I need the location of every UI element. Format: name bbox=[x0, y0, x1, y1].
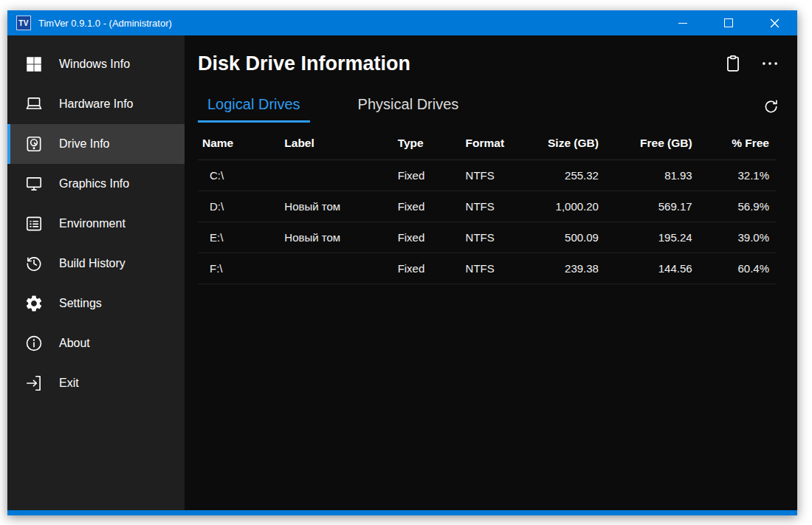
cell-format: NTFS bbox=[458, 160, 525, 191]
cell-type: Fixed bbox=[390, 160, 458, 191]
cell-pctfree: 56.9% bbox=[700, 191, 777, 222]
windows-logo-icon bbox=[24, 55, 44, 74]
close-button[interactable] bbox=[751, 10, 797, 35]
sidebar-item-graphics-info[interactable]: Graphics Info bbox=[7, 164, 185, 204]
monitor-icon bbox=[24, 174, 44, 193]
tab-logical-drives[interactable]: Logical Drives bbox=[198, 90, 310, 123]
sidebar-item-hardware-info[interactable]: Hardware Info bbox=[7, 84, 185, 124]
sidebar-item-windows-info[interactable]: Windows Info bbox=[7, 44, 185, 84]
sidebar-item-label: Settings bbox=[59, 297, 102, 310]
list-icon bbox=[24, 214, 44, 233]
drive-table: Name Label Type Format Size (GB) Free (G… bbox=[198, 126, 777, 284]
cell-free: 195.24 bbox=[606, 222, 700, 253]
cell-free: 81.93 bbox=[606, 160, 700, 191]
cell-label bbox=[277, 160, 390, 191]
window-title: TimVer 0.9.1.0 - (Administrator) bbox=[38, 18, 172, 29]
sidebar-item-label: Drive Info bbox=[59, 137, 109, 151]
cell-name: E:\ bbox=[198, 222, 277, 253]
app-body: Windows Info Hardware Info Drive Info Gr… bbox=[7, 35, 797, 510]
refresh-icon bbox=[763, 98, 780, 115]
refresh-button[interactable] bbox=[760, 95, 782, 118]
copy-to-clipboard-button[interactable] bbox=[720, 51, 746, 76]
cell-name: F:\ bbox=[198, 253, 277, 284]
sidebar-item-build-history[interactable]: Build History bbox=[7, 244, 185, 284]
cell-pctfree: 60.4% bbox=[700, 253, 777, 284]
cell-pctfree: 32.1% bbox=[700, 160, 777, 191]
gear-icon bbox=[24, 294, 44, 313]
column-header-pctfree[interactable]: % Free bbox=[700, 126, 777, 160]
titlebar-left: TV TimVer 0.9.1.0 - (Administrator) bbox=[7, 16, 660, 30]
window-controls bbox=[660, 10, 797, 35]
tab-physical-drives[interactable]: Physical Drives bbox=[348, 90, 469, 123]
cell-format: NTFS bbox=[458, 191, 525, 222]
tabbar: Logical Drives Physical Drives bbox=[185, 90, 797, 123]
page-title: Disk Drive Information bbox=[198, 50, 410, 77]
maximize-button[interactable] bbox=[706, 10, 751, 35]
ellipsis-icon bbox=[760, 54, 780, 73]
laptop-icon bbox=[24, 95, 44, 114]
cell-type: Fixed bbox=[390, 191, 458, 222]
column-header-type[interactable]: Type bbox=[390, 126, 458, 160]
table-row[interactable]: E:\ Новый том Fixed NTFS 500.09 195.24 3… bbox=[198, 222, 777, 253]
hard-drive-icon bbox=[24, 134, 44, 154]
sidebar-item-about[interactable]: About bbox=[7, 323, 185, 363]
cell-type: Fixed bbox=[390, 253, 458, 284]
column-header-name[interactable]: Name bbox=[198, 126, 277, 160]
cell-free: 569.17 bbox=[606, 191, 700, 222]
info-icon bbox=[24, 334, 44, 353]
column-header-size[interactable]: Size (GB) bbox=[525, 126, 606, 160]
sidebar-item-label: Environment bbox=[59, 217, 125, 230]
column-header-label[interactable]: Label bbox=[277, 126, 390, 160]
cell-size: 239.38 bbox=[525, 253, 606, 284]
cell-size: 1,000.20 bbox=[525, 191, 606, 222]
window-bottom-accent bbox=[7, 510, 797, 515]
cell-name: C:\ bbox=[198, 160, 277, 191]
cell-size: 255.32 bbox=[525, 160, 606, 191]
history-icon bbox=[24, 254, 44, 273]
exit-icon bbox=[24, 374, 44, 393]
column-header-format[interactable]: Format bbox=[458, 126, 525, 160]
app-window: TV TimVer 0.9.1.0 - (Administrator) Wind… bbox=[7, 10, 797, 515]
column-header-free[interactable]: Free (GB) bbox=[606, 126, 700, 160]
titlebar[interactable]: TV TimVer 0.9.1.0 - (Administrator) bbox=[7, 10, 797, 35]
cell-format: NTFS bbox=[458, 222, 525, 253]
sidebar-item-environment[interactable]: Environment bbox=[7, 204, 185, 244]
cell-label: Новый том bbox=[277, 191, 390, 222]
header-actions bbox=[720, 51, 782, 76]
table-row[interactable]: F:\ Fixed NTFS 239.38 144.56 60.4% bbox=[198, 253, 777, 284]
sidebar: Windows Info Hardware Info Drive Info Gr… bbox=[7, 35, 185, 510]
table-row[interactable]: D:\ Новый том Fixed NTFS 1,000.20 569.17… bbox=[198, 191, 777, 222]
sidebar-item-exit[interactable]: Exit bbox=[7, 363, 185, 403]
cell-format: NTFS bbox=[458, 253, 525, 284]
maximize-icon bbox=[724, 18, 733, 27]
cell-size: 500.09 bbox=[525, 222, 606, 253]
sidebar-item-label: Hardware Info bbox=[59, 97, 134, 111]
more-options-button[interactable] bbox=[757, 51, 782, 76]
sidebar-item-label: Windows Info bbox=[59, 58, 130, 71]
content-header: Disk Drive Information bbox=[185, 35, 797, 77]
cell-name: D:\ bbox=[198, 191, 277, 222]
clipboard-icon bbox=[723, 54, 743, 73]
cell-type: Fixed bbox=[390, 222, 458, 253]
table-row[interactable]: C:\ Fixed NTFS 255.32 81.93 32.1% bbox=[198, 160, 777, 191]
sidebar-item-settings[interactable]: Settings bbox=[7, 284, 185, 323]
main-content: Disk Drive Information Logical Drives Ph… bbox=[185, 35, 797, 510]
minimize-button[interactable] bbox=[660, 10, 706, 35]
cell-pctfree: 39.0% bbox=[700, 222, 777, 253]
sidebar-item-label: Graphics Info bbox=[59, 177, 129, 191]
cell-free: 144.56 bbox=[606, 253, 700, 284]
cell-label bbox=[277, 253, 390, 284]
close-icon bbox=[770, 18, 780, 28]
app-logo-icon: TV bbox=[16, 16, 31, 30]
sidebar-item-label: Exit bbox=[59, 377, 79, 390]
sidebar-item-label: Build History bbox=[59, 257, 125, 270]
sidebar-item-label: About bbox=[59, 337, 90, 350]
cell-label: Новый том bbox=[277, 222, 390, 253]
minimize-icon bbox=[678, 23, 687, 24]
table-header-row: Name Label Type Format Size (GB) Free (G… bbox=[198, 126, 777, 160]
sidebar-item-drive-info[interactable]: Drive Info bbox=[7, 124, 185, 164]
